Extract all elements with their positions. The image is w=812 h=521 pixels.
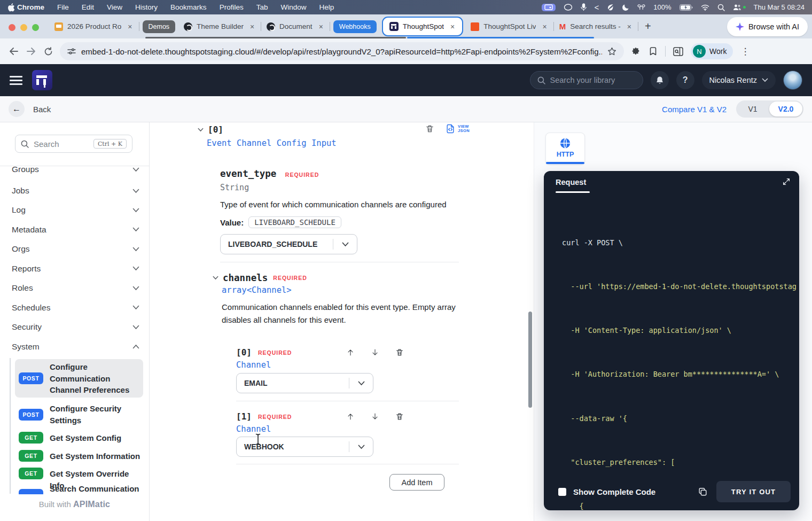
sidebar-item-orgs[interactable]: Orgs	[12, 241, 139, 257]
endpoint-get-system-config[interactable]: Get System Config	[50, 432, 142, 444]
close-tab-icon[interactable]: ×	[127, 22, 133, 31]
library-search-input[interactable]: Search your library	[530, 71, 643, 89]
maximize-window-button[interactable]	[32, 24, 39, 31]
type-link-channel[interactable]: Channel	[236, 424, 271, 434]
forward-nav-icon[interactable]	[22, 43, 40, 60]
chrome-menu-icon[interactable]: ⋮	[740, 46, 749, 57]
type-link-channel[interactable]: Channel	[236, 360, 271, 370]
chevron-left-icon[interactable]: <	[595, 3, 599, 12]
minimize-window-button[interactable]	[20, 24, 27, 31]
copy-code-icon[interactable]	[698, 487, 708, 497]
try-it-out-button[interactable]: TRY IT OUT	[716, 481, 791, 502]
menu-tab[interactable]: Tab	[256, 3, 268, 11]
close-tab-icon[interactable]: ×	[626, 22, 633, 31]
extension-gear-icon[interactable]	[631, 46, 641, 56]
move-down-icon[interactable]	[371, 348, 379, 357]
thoughtspot-logo[interactable]	[32, 70, 52, 90]
back-label[interactable]: Back	[33, 105, 51, 114]
sidebar-item-metadata[interactable]: Metadata	[12, 222, 139, 238]
type-link-array-channel[interactable]: array<Channel>	[222, 285, 292, 295]
new-tab-button[interactable]: +	[638, 20, 658, 33]
leaf-icon[interactable]	[607, 4, 614, 11]
http-language-tab[interactable]: HTTP	[545, 133, 585, 165]
menu-chrome[interactable]: Chrome	[17, 3, 44, 11]
menu-history[interactable]: History	[135, 3, 158, 11]
hamburger-menu-icon[interactable]	[10, 76, 22, 85]
menu-view[interactable]: View	[107, 3, 122, 11]
browse-with-ai-button[interactable]: Browse with AI	[727, 17, 808, 36]
extension-pin-icon[interactable]	[649, 46, 658, 56]
tab-thoughtspot-live[interactable]: ThoughtSpot Liv ×	[465, 14, 553, 38]
airpods-icon[interactable]	[637, 4, 645, 11]
close-tab-icon[interactable]: ×	[541, 22, 548, 31]
sidebar-item-jobs[interactable]: Jobs	[12, 183, 139, 199]
type-link-event-channel-config-input[interactable]: Event Channel Config Input	[207, 138, 337, 148]
sidebar-item-reports[interactable]: Reports	[12, 261, 139, 277]
request-tab[interactable]: Request	[556, 178, 586, 186]
microphone-icon[interactable]	[581, 3, 587, 11]
delete-item-icon[interactable]	[395, 348, 404, 357]
back-button[interactable]: ←	[9, 101, 25, 117]
tab-2026-product[interactable]: 2026 Product Ro ×	[49, 14, 139, 38]
back-nav-icon[interactable]	[5, 43, 22, 60]
sidebar-item-schedules[interactable]: Schedules	[12, 300, 139, 316]
menu-help[interactable]: Help	[319, 3, 334, 11]
notifications-bell-icon[interactable]	[651, 71, 669, 89]
endpoint-configure-communication-channel-preferences[interactable]: Configure Communication Channel Preferen…	[50, 361, 142, 396]
close-tab-icon[interactable]: ×	[449, 22, 456, 31]
sidebar-item-roles[interactable]: Roles	[12, 280, 139, 296]
user-menu[interactable]: Nicolas Rentz	[702, 71, 776, 89]
help-icon[interactable]: ?	[676, 71, 694, 89]
sidebar-item-system[interactable]: System	[12, 339, 139, 355]
show-complete-code-checkbox[interactable]	[558, 488, 566, 496]
close-tab-icon[interactable]: ×	[249, 22, 255, 31]
menu-clock[interactable]: Thu Mar 5 08:24	[754, 3, 805, 11]
endpoint-configure-security-settings[interactable]: Configure Security Settings	[50, 403, 142, 426]
move-up-icon[interactable]	[346, 348, 355, 357]
move-up-icon[interactable]	[346, 412, 355, 421]
collapse-chevron-icon[interactable]	[213, 276, 218, 280]
v2-segment-selected[interactable]: V2.0	[769, 102, 802, 116]
move-down-icon[interactable]	[371, 412, 379, 421]
tab-thoughtspot-active[interactable]: ThoughtSpot ×	[382, 17, 464, 36]
url-text[interactable]: embed-1-do-not-delete.thoughtspotstaging…	[81, 47, 602, 56]
delete-item-icon[interactable]	[395, 412, 404, 421]
address-bar[interactable]: embed-1-do-not-delete.thoughtspotstaging…	[60, 42, 624, 60]
facetime-icon[interactable]	[564, 4, 573, 11]
spotlight-search-icon[interactable]	[717, 4, 725, 11]
tab-document[interactable]: Document ×	[261, 14, 330, 38]
sidebar-item-security[interactable]: Security	[12, 319, 139, 335]
vertical-scrollbar-thumb[interactable]	[528, 312, 532, 408]
channel-0-dropdown[interactable]: EMAIL	[236, 373, 373, 393]
event-type-dropdown[interactable]: LIVEBOARD_SCHEDULE	[220, 234, 357, 254]
tab-group-demos[interactable]: Demos	[143, 20, 176, 33]
sidebar-item-log[interactable]: Log	[12, 202, 139, 218]
side-panel-search-icon[interactable]	[673, 47, 683, 56]
sidebar-item-groups[interactable]: Groups	[12, 167, 139, 177]
compare-v1-v2-link[interactable]: Compare V1 & V2	[662, 105, 727, 114]
bookmark-star-icon[interactable]	[607, 47, 616, 56]
menu-profiles[interactable]: Profiles	[220, 3, 244, 11]
curl-code-block[interactable]: curl -X POST \ --url 'https://embed-1-do…	[562, 206, 797, 510]
menu-file[interactable]: File	[57, 3, 69, 11]
collapse-chevron-icon[interactable]	[198, 128, 204, 132]
tab-group-webhooks[interactable]: Webhooks	[333, 20, 377, 33]
site-settings-icon[interactable]	[67, 48, 76, 55]
reload-icon[interactable]	[40, 43, 57, 60]
expand-panel-icon[interactable]	[782, 177, 791, 186]
endpoint-get-system-information[interactable]: Get System Information	[50, 450, 142, 462]
user-avatar[interactable]	[783, 71, 802, 90]
delete-item-icon[interactable]	[425, 124, 434, 134]
tab-theme-builder[interactable]: Theme Builder ×	[178, 14, 261, 38]
chrome-profile-chip[interactable]: N Work	[691, 43, 733, 59]
endpoint-search-communication[interactable]: Search Communication	[50, 483, 142, 494]
apple-menu-icon[interactable]	[7, 3, 15, 12]
user-switcher-icon[interactable]	[733, 4, 746, 11]
sidebar-search-input[interactable]: Search Ctrl + K	[15, 135, 132, 153]
close-window-button[interactable]	[9, 24, 15, 31]
screen-mirroring-icon[interactable]	[542, 4, 556, 11]
view-json-button[interactable]: VIEWJSON	[445, 123, 470, 135]
menu-bookmarks[interactable]: Bookmarks	[170, 3, 207, 11]
version-toggle[interactable]: V1 V2.0	[736, 100, 803, 118]
v1-segment[interactable]: V1	[736, 105, 769, 113]
